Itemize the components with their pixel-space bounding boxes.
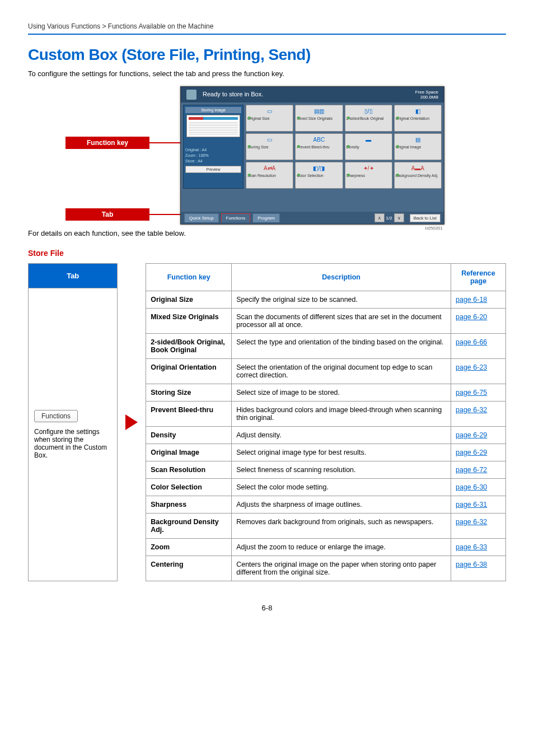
table-row: Prevent Bleed-thruHides background color… xyxy=(146,402,506,427)
fn-storing-size[interactable]: ▭Storing Size xyxy=(246,133,293,160)
fn-name-cell: 2-sided/Book Original, Book Original xyxy=(146,334,232,359)
fn-color-sel[interactable]: ◧/◨Color Selection xyxy=(295,162,343,189)
fn-name-cell: Centering xyxy=(146,556,232,581)
fn-desc-cell: Select size of image to be stored. xyxy=(232,384,451,402)
fn-original-image[interactable]: ▤Original Image xyxy=(394,133,442,160)
fn-ref-cell: page 6-31 xyxy=(451,496,506,514)
arrow-cell xyxy=(123,263,140,581)
table-row: Background Density Adj.Removes dark back… xyxy=(146,514,506,539)
fn-density[interactable]: ▬Density xyxy=(345,133,392,160)
callout-function-key: Function key xyxy=(65,137,149,149)
left-panel: Storing Image Original : A4 Zoom : 100% … xyxy=(183,105,243,189)
fn-desc-cell: Select original image type for best resu… xyxy=(232,444,451,461)
table-row: Color SelectionSelect the color mode set… xyxy=(146,479,506,496)
section-heading: Store File xyxy=(28,249,506,258)
tab-quick-setup[interactable]: Quick Setup xyxy=(184,213,219,222)
reference-link[interactable]: page 6-18 xyxy=(456,296,487,304)
fn-ref-cell: page 6-20 xyxy=(451,309,506,334)
breadcrumb: Using Various Functions > Functions Avai… xyxy=(28,22,506,30)
fn-desc-cell: Centers the original image on the paper … xyxy=(232,556,451,581)
storing-image-label: Storing Image xyxy=(185,107,241,113)
th-reference: Reference page xyxy=(451,264,506,291)
screen-footer: Quick Setup Functions Program ∧ 1/2 ∨ Ba… xyxy=(181,212,444,224)
table-row: DensityAdjust density.page 6-29 xyxy=(146,427,506,444)
reference-link[interactable]: page 6-32 xyxy=(456,518,487,526)
fn-prevent-bleed[interactable]: ABCPrevent Bleed-thru xyxy=(295,133,343,160)
fn-name-cell: Original Image xyxy=(146,444,232,461)
table-row: Original OrientationSelect the orientati… xyxy=(146,359,506,384)
tab-functions[interactable]: Functions xyxy=(221,213,251,222)
page-indicator: 1/2 xyxy=(386,216,392,221)
reference-link[interactable]: page 6-29 xyxy=(456,449,487,456)
table-row: Mixed Size OriginalsScan the documents o… xyxy=(146,309,506,334)
fn-sharpness[interactable]: ✦/✦Sharpness xyxy=(345,162,392,189)
arrow-right-icon xyxy=(125,414,138,430)
reference-link[interactable]: page 6-30 xyxy=(456,483,487,491)
screen-header: Ready to store in Box. Free Space 200.0M… xyxy=(181,87,444,102)
fn-desc-cell: Select fineness of scanning resolution. xyxy=(232,461,451,479)
screenshot-id: b050201 xyxy=(425,226,443,231)
table-row: 2-sided/Book Original, Book OriginalSele… xyxy=(146,334,506,359)
fn-desc-cell: Adjusts the sharpness of image outlines. xyxy=(232,496,451,514)
table-layout: Tab Functions Configure the settings whe… xyxy=(28,263,506,581)
table-row: CenteringCenters the original image on t… xyxy=(146,556,506,581)
fn-desc-cell: Select the type and orientation of the b… xyxy=(232,334,451,359)
reference-link[interactable]: page 6-66 xyxy=(456,338,487,346)
reference-link[interactable]: page 6-23 xyxy=(456,363,487,371)
reference-link[interactable]: page 6-32 xyxy=(456,406,487,414)
page-number: 6-8 xyxy=(28,604,506,612)
functions-tab-pill: Functions xyxy=(34,410,78,422)
fn-desc-cell: Scan the documents of different sizes th… xyxy=(232,309,451,334)
meta-info: Original : A4 Zoom : 100% Store : A4 xyxy=(185,147,241,164)
fn-name-cell: Original Orientation xyxy=(146,359,232,384)
fn-bg-density[interactable]: A▬ABackground Density Adj. xyxy=(394,162,442,189)
fn-mixed-size[interactable]: ▤▥Mixed Size Originals xyxy=(295,105,343,132)
function-table: Function key Description Reference page … xyxy=(146,263,506,581)
table-row: Original SizeSpecify the original size t… xyxy=(146,291,506,309)
fn-name-cell: Density xyxy=(146,427,232,444)
table-row: Original ImageSelect original image type… xyxy=(146,444,506,461)
fn-ref-cell: page 6-66 xyxy=(451,334,506,359)
tab-column-header: Tab xyxy=(29,264,117,288)
reference-link[interactable]: page 6-38 xyxy=(456,561,487,568)
fn-2sided-book[interactable]: ▯/▯2-sided/Book Original xyxy=(345,105,392,132)
fn-desc-cell: Adjust the zoom to reduce or enlarge the… xyxy=(232,539,451,556)
fn-original-size[interactable]: ▭Original Size xyxy=(246,105,293,132)
fn-ref-cell: page 6-23 xyxy=(451,359,506,384)
fn-ref-cell: page 6-30 xyxy=(451,479,506,496)
th-description: Description xyxy=(232,264,451,291)
page-down-button[interactable]: ∨ xyxy=(394,213,404,222)
tab-column: Tab Functions Configure the settings whe… xyxy=(28,263,118,581)
box-icon xyxy=(186,90,196,100)
fn-desc-cell: Select the color mode setting. xyxy=(232,479,451,496)
fn-name-cell: Scan Resolution xyxy=(146,461,232,479)
fn-scan-res[interactable]: A⇄AScan Resolution xyxy=(246,162,293,189)
fn-desc-cell: Hides background colors and image bleed-… xyxy=(232,402,451,427)
fn-name-cell: Original Size xyxy=(146,291,232,309)
preview-button[interactable]: Preview xyxy=(185,166,241,173)
callout-line xyxy=(144,214,186,215)
reference-link[interactable]: page 6-20 xyxy=(456,313,487,321)
fn-desc-cell: Select the orientation of the original d… xyxy=(232,359,451,384)
reference-link[interactable]: page 6-75 xyxy=(456,389,487,396)
reference-link[interactable]: page 6-72 xyxy=(456,466,487,474)
page-up-button[interactable]: ∧ xyxy=(374,213,385,222)
fn-orientation[interactable]: ◧Original Orientation xyxy=(394,105,442,132)
document-icon xyxy=(186,115,240,137)
fn-name-cell: Storing Size xyxy=(146,384,232,402)
intro-text: To configure the settings for functions,… xyxy=(28,69,506,78)
tab-program[interactable]: Program xyxy=(252,213,280,222)
table-row: SharpnessAdjusts the sharpness of image … xyxy=(146,496,506,514)
reference-link[interactable]: page 6-33 xyxy=(456,543,487,551)
fn-name-cell: Zoom xyxy=(146,539,232,556)
header-text: Ready to store in Box. xyxy=(203,91,263,97)
back-to-list-button[interactable]: Back to List xyxy=(410,214,441,222)
fn-desc-cell: Removes dark background from originals, … xyxy=(232,514,451,539)
reference-link[interactable]: page 6-31 xyxy=(456,501,487,508)
reference-link[interactable]: page 6-29 xyxy=(456,431,487,439)
table-row: Storing SizeSelect size of image to be s… xyxy=(146,384,506,402)
fn-ref-cell: page 6-18 xyxy=(451,291,506,309)
fn-name-cell: Prevent Bleed-thru xyxy=(146,402,232,427)
table-row: ZoomAdjust the zoom to reduce or enlarge… xyxy=(146,539,506,556)
function-grid: ▭Original Size ▤▥Mixed Size Originals ▯/… xyxy=(246,105,442,189)
